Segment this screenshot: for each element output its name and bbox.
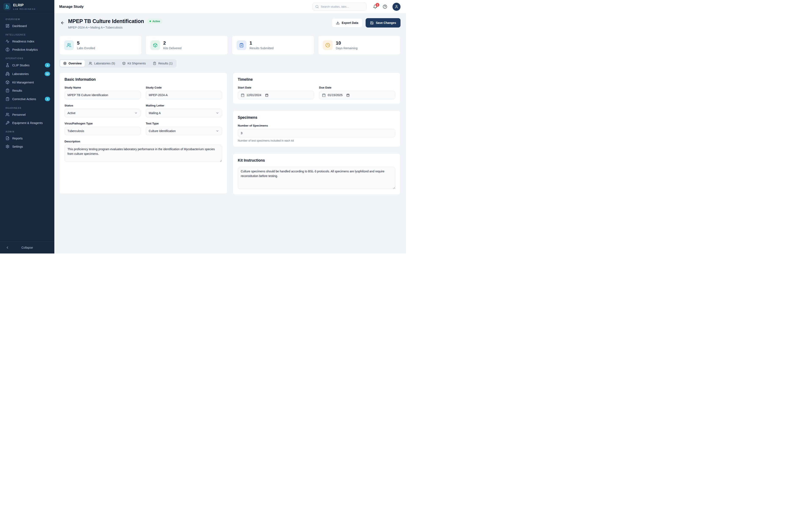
sidebar-item-corrective-actions[interactable]: Corrective Actions 3 — [0, 95, 54, 103]
brain-icon — [5, 48, 9, 52]
clip-studies-badge: 3 — [45, 63, 50, 67]
sidebar-item-clip-studies[interactable]: CLIP Studies 3 — [0, 61, 54, 69]
nav-section-operations: OPERATIONS — [0, 54, 54, 61]
stat-value: 10 — [336, 41, 358, 46]
nav-section-admin: ADMIN — [0, 127, 54, 134]
stat-card-labs-enrolled: 5 Labs Enrolled — [59, 36, 142, 55]
tab-label: Kit Shipments — [128, 62, 146, 65]
tab-results[interactable]: Results (1) — [150, 60, 176, 67]
description-textarea[interactable]: This proficiency testing program evaluat… — [64, 145, 222, 162]
chevron-down-icon — [134, 111, 138, 115]
sidebar-collapse-button[interactable]: Collapse — [0, 241, 54, 253]
sidebar-item-reports[interactable]: Reports — [0, 134, 54, 143]
study-code-input[interactable] — [146, 91, 222, 99]
back-button[interactable] — [59, 19, 66, 26]
nav-section-readiness: READINESS — [0, 103, 54, 110]
help-button[interactable] — [383, 4, 387, 9]
stat-label: Results Submitted — [250, 47, 273, 50]
topbar-title: Manage Study — [59, 5, 84, 9]
user-avatar[interactable] — [393, 3, 401, 11]
dashboard-icon — [5, 24, 9, 28]
sidebar-item-dashboard[interactable]: Dashboard — [0, 22, 54, 30]
sidebar-item-equipment-reagents[interactable]: Equipment & Reagents — [0, 119, 54, 127]
test-type-select[interactable]: Culture Identification — [146, 127, 222, 135]
export-data-button[interactable]: Export Data — [332, 18, 363, 27]
timeline-card: Timeline Start Date 12/01/2024 — [233, 72, 401, 104]
number-of-specimens-input[interactable] — [238, 129, 395, 137]
main-area: Manage Study 3 — [54, 0, 406, 253]
sidebar-item-settings[interactable]: Settings — [0, 143, 54, 151]
start-date-input[interactable]: 12/01/2024 — [238, 91, 314, 99]
sidebar-item-personnel[interactable]: Personnel — [0, 110, 54, 119]
tab-label: Overview — [68, 62, 82, 65]
pathogen-type-input[interactable] — [64, 127, 141, 135]
calendar-picker-icon[interactable] — [346, 94, 350, 97]
mailing-letter-select[interactable]: Mailing A — [146, 109, 222, 117]
due-date-value: 01/15/2025 — [328, 93, 343, 97]
pathogen-type-label: Virus/Pathogen Type — [64, 122, 141, 125]
status-label: Status — [64, 104, 141, 107]
brand-logo — [3, 3, 11, 10]
sidebar-item-kit-management[interactable]: Kit Management — [0, 78, 54, 87]
stat-card-results-submitted: 1 Results Submitted — [232, 36, 314, 55]
tab-kit-shipments[interactable]: Kit Shipments — [119, 60, 149, 67]
stat-label: Labs Enrolled — [77, 47, 95, 50]
save-changes-label: Save Changes — [376, 21, 396, 24]
search-input[interactable] — [321, 5, 364, 8]
start-date-value: 12/01/2024 — [247, 93, 261, 97]
status-select[interactable]: Active — [64, 109, 141, 117]
basic-information-card: Basic Information Study Name Study Code … — [59, 72, 227, 194]
stat-value: 2 — [163, 41, 182, 46]
status-dot — [150, 20, 151, 22]
sidebar-item-results[interactable]: Results — [0, 87, 54, 95]
sidebar-item-predictive-analytics[interactable]: Predictive Analytics — [0, 45, 54, 54]
sidebar-item-label: CLIP Studies — [12, 64, 42, 67]
test-type-select-value: Culture Identification — [149, 129, 176, 133]
notifications-button[interactable]: 3 — [373, 4, 377, 9]
search-icon — [315, 5, 319, 8]
sidebar-item-readiness-index[interactable]: Readiness Index — [0, 37, 54, 45]
status-badge: Active — [147, 19, 163, 24]
start-date-label: Start Date — [238, 86, 314, 89]
tab-bar: Overview Laboratories (5) Kit Shipments … — [59, 59, 176, 68]
study-code-label: Study Code — [146, 86, 222, 89]
mailing-letter-select-value: Mailing A — [149, 111, 161, 115]
chevron-down-icon — [216, 111, 219, 115]
package-icon — [153, 43, 158, 48]
status-badge-label: Active — [152, 20, 160, 23]
kit-instructions-card: Kit Instructions Culture specimens shoul… — [233, 153, 401, 195]
due-date-input[interactable]: 01/15/2025 — [319, 91, 395, 99]
tab-overview[interactable]: Overview — [60, 60, 85, 67]
brand-tagline: LAB READINESS — [13, 8, 36, 10]
help-circle-icon — [383, 4, 387, 9]
sidebar: ELRIP LAB READINESS OVERVIEW Dashboard I… — [0, 0, 54, 253]
sidebar-item-laboratories[interactable]: Laboratories 12 — [0, 69, 54, 78]
laboratories-badge: 12 — [45, 72, 50, 76]
users-icon — [89, 62, 92, 65]
stat-card-days-remaining: 10 Days Remaining — [318, 36, 401, 55]
stat-label: Kits Delivered — [163, 47, 182, 50]
test-type-label: Test Type — [146, 122, 222, 125]
kit-instructions-textarea[interactable]: Culture specimens should be handled acco… — [238, 167, 395, 189]
calendar-picker-icon[interactable] — [265, 94, 268, 97]
nav-section-overview: OVERVIEW — [0, 14, 54, 22]
calendar-icon — [241, 93, 245, 97]
specimens-card: Specimens Number of Specimens Number of … — [233, 110, 401, 147]
arrow-left-icon — [60, 21, 65, 25]
building-icon — [5, 72, 9, 76]
study-name-input[interactable] — [64, 91, 141, 99]
sidebar-item-label: Settings — [12, 145, 50, 148]
activity-icon — [5, 39, 9, 43]
study-name-label: Study Name — [64, 86, 141, 89]
tab-laboratories[interactable]: Laboratories (5) — [86, 60, 118, 67]
sidebar-nav: OVERVIEW Dashboard INTELLIGENCE Readines… — [0, 13, 54, 241]
sidebar-item-label: Dashboard — [12, 24, 50, 28]
clipboard-check-icon — [5, 89, 9, 93]
save-changes-button[interactable]: Save Changes — [366, 18, 401, 27]
stats-row: 5 Labs Enrolled 2 Kits Delivered 1 Res — [59, 36, 401, 55]
search-box — [312, 3, 366, 11]
stat-card-kits-delivered: 2 Kits Delivered — [146, 36, 228, 55]
sidebar-item-label: Readiness Index — [12, 40, 50, 43]
file-chart-icon — [5, 136, 9, 140]
sidebar-item-label: Laboratories — [12, 72, 42, 76]
